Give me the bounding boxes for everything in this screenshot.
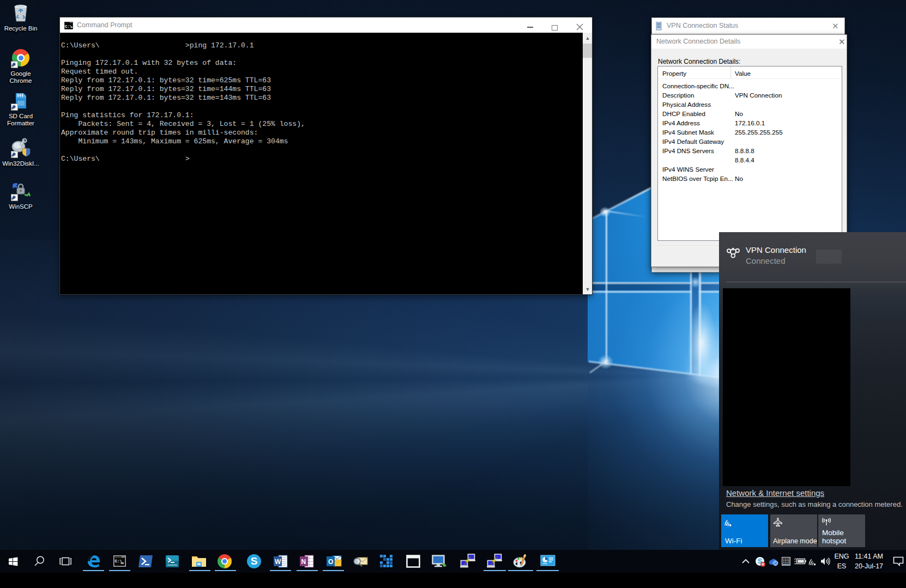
svg-text:C:\: C:\ [115, 559, 123, 563]
svg-text:W: W [275, 558, 281, 566]
svg-text:N: N [301, 558, 306, 566]
svg-text:O: O [328, 558, 333, 566]
svg-text:C:\: C:\ [65, 25, 73, 29]
